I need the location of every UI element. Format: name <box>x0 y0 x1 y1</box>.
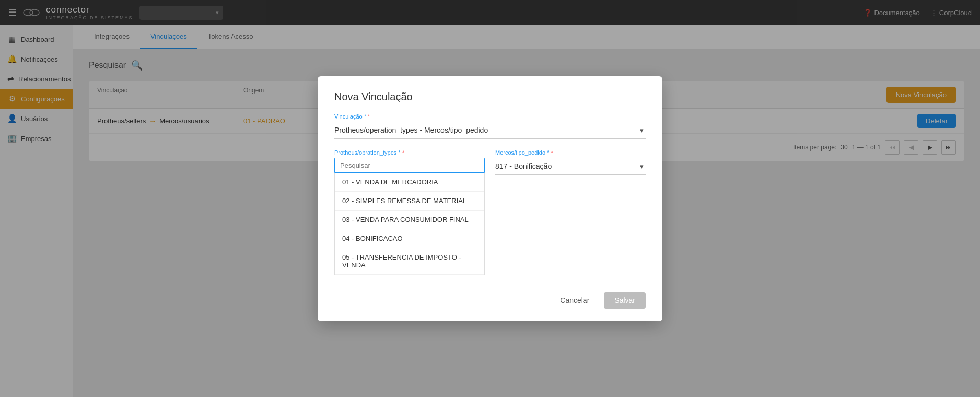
modal-footer: Cancelar Salvar <box>334 286 646 309</box>
dropdown-item-2[interactable]: 03 - VENDA PARA CONSUMIDOR FINAL <box>335 211 484 229</box>
dropdown-item-0[interactable]: 01 - VENDA DE MERCADORIA <box>335 173 484 192</box>
dropdown-search-input[interactable] <box>340 161 479 169</box>
modal-nova-vinculacao: Nova Vinculação Vinculação * Protheus/op… <box>318 76 662 321</box>
destino-field-wrap: Mercos/tipo_pedido * 817 - Bonificação <box>495 149 646 275</box>
modal-overlay: Nova Vinculação Vinculação * Protheus/op… <box>73 25 980 397</box>
dropdown-item-3[interactable]: 04 - BONIFICACAO <box>335 229 484 248</box>
save-button[interactable]: Salvar <box>604 292 646 309</box>
dropdown-item-1[interactable]: 02 - SIMPLES REMESSA DE MATERIAL <box>335 192 484 211</box>
destino-select-wrap[interactable]: 817 - Bonificação <box>495 158 646 175</box>
vinculacao-select[interactable]: Protheus/operation_types - Mercos/tipo_p… <box>334 122 646 139</box>
origem-field-label: Protheus/opration_types * <box>334 149 485 156</box>
origem-field-wrap: Protheus/opration_types * 01 - VENDA DE … <box>334 149 485 275</box>
vinculacao-field-wrap: Vinculação * Protheus/operation_types - … <box>334 113 646 139</box>
modal-title: Nova Vinculação <box>334 91 646 103</box>
dropdown-list: 01 - VENDA DE MERCADORIA 02 - SIMPLES RE… <box>334 173 485 275</box>
dropdown-item-4[interactable]: 05 - TRANSFERENCIA DE IMPOSTO - VENDA <box>335 248 484 275</box>
dropdown-search-wrap <box>334 158 485 173</box>
two-col-fields: Protheus/opration_types * 01 - VENDA DE … <box>334 149 646 275</box>
cancel-button[interactable]: Cancelar <box>552 292 598 309</box>
destino-field-label: Mercos/tipo_pedido * <box>495 149 646 156</box>
destino-select[interactable]: 817 - Bonificação <box>495 158 646 175</box>
content-area: Integrações Vinculações Tokens Acesso Pe… <box>73 25 980 397</box>
main-layout: ▦ Dashboard 🔔 Notificações ⇌ Relacioname… <box>0 25 980 397</box>
vinculacao-select-wrap[interactable]: Protheus/operation_types - Mercos/tipo_p… <box>334 122 646 139</box>
vinculacao-field-label: Vinculação * <box>334 113 646 120</box>
